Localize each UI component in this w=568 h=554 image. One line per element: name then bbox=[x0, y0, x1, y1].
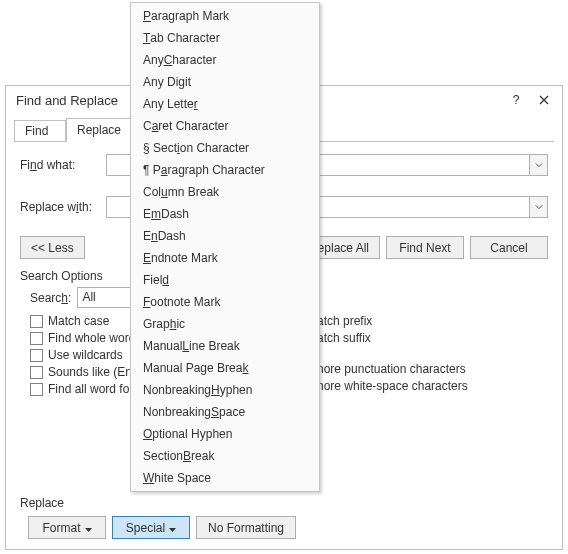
spacer bbox=[289, 348, 548, 362]
chevron-down-icon bbox=[535, 203, 543, 211]
special-menu-item[interactable]: Caret Character bbox=[131, 115, 319, 137]
format-button-label: Format bbox=[42, 521, 80, 535]
checkbox-box bbox=[30, 383, 43, 396]
replace-with-label: Replace with: bbox=[20, 200, 100, 214]
special-menu-item[interactable]: Nonbreaking Space bbox=[131, 401, 319, 423]
special-menu-item[interactable]: Graphic bbox=[131, 313, 319, 335]
special-menu-item[interactable]: Footnote Mark bbox=[131, 291, 319, 313]
special-menu-item[interactable]: Section Break bbox=[131, 445, 319, 467]
ignore-punct-checkbox[interactable]: Ignore punctuation characters bbox=[289, 362, 548, 376]
replace-with-dropdown[interactable] bbox=[529, 197, 547, 217]
find-next-button-label: Find Next bbox=[399, 241, 450, 255]
wildcards-label: Use wildcards bbox=[48, 348, 123, 362]
dropdown-triangle-icon bbox=[169, 521, 176, 535]
bottom-section: Replace Format Special No Formatting bbox=[20, 496, 548, 539]
special-menu-item[interactable]: White Space bbox=[131, 467, 319, 489]
no-formatting-label: No Formatting bbox=[208, 521, 284, 535]
chevron-down-icon bbox=[535, 161, 543, 169]
ignore-punct-label: Ignore punctuation characters bbox=[307, 362, 466, 376]
special-menu-item[interactable]: Any Digit bbox=[131, 71, 319, 93]
special-menu-item[interactable]: Column Break bbox=[131, 181, 319, 203]
close-icon bbox=[539, 95, 549, 105]
match-prefix-checkbox[interactable]: Match prefix bbox=[289, 314, 548, 328]
help-button[interactable]: ? bbox=[502, 90, 530, 110]
no-formatting-button[interactable]: No Formatting bbox=[196, 516, 296, 539]
cancel-button[interactable]: Cancel bbox=[470, 236, 548, 259]
special-menu-item[interactable]: Endnote Mark bbox=[131, 247, 319, 269]
special-menu-item[interactable]: Manual Page Break bbox=[131, 357, 319, 379]
checkbox-box bbox=[30, 315, 43, 328]
find-what-label: Find what: bbox=[20, 158, 100, 172]
find-next-button[interactable]: Find Next bbox=[386, 236, 464, 259]
format-button[interactable]: Format bbox=[28, 516, 106, 539]
find-what-dropdown[interactable] bbox=[529, 155, 547, 175]
less-button[interactable]: << Less bbox=[20, 236, 85, 259]
tab-find-label: Find bbox=[25, 124, 48, 138]
special-button[interactable]: Special bbox=[112, 516, 190, 539]
less-button-label: << Less bbox=[31, 241, 74, 255]
match-suffix-checkbox[interactable]: Match suffix bbox=[289, 331, 548, 345]
tab-replace-label: Replace bbox=[77, 123, 121, 137]
special-menu-item[interactable]: ¶ Paragraph Character bbox=[131, 159, 319, 181]
ignore-white-checkbox[interactable]: Ignore white-space characters bbox=[289, 379, 548, 393]
special-menu[interactable]: Paragraph MarkTab CharacterAny Character… bbox=[130, 2, 320, 492]
checkbox-box bbox=[30, 332, 43, 345]
special-menu-item[interactable]: Paragraph Mark bbox=[131, 5, 319, 27]
close-button[interactable] bbox=[530, 90, 558, 110]
special-menu-item[interactable]: Nonbreaking Hyphen bbox=[131, 379, 319, 401]
tab-find[interactable]: Find bbox=[14, 120, 66, 142]
options-right-column: Match prefix Match suffix Ignore punctua… bbox=[289, 314, 548, 399]
special-menu-item[interactable]: Any Letter bbox=[131, 93, 319, 115]
replace-section-label: Replace bbox=[20, 496, 548, 510]
special-menu-item[interactable]: Optional Hyphen bbox=[131, 423, 319, 445]
special-menu-item[interactable]: En Dash bbox=[131, 225, 319, 247]
checkbox-box bbox=[30, 366, 43, 379]
match-case-label: Match case bbox=[48, 314, 109, 328]
special-button-label: Special bbox=[126, 521, 165, 535]
bottom-buttons: Format Special No Formatting bbox=[28, 516, 548, 539]
special-menu-item[interactable]: Tab Character bbox=[131, 27, 319, 49]
special-menu-item[interactable]: Em Dash bbox=[131, 203, 319, 225]
special-menu-item[interactable]: Any Character bbox=[131, 49, 319, 71]
ignore-white-label: Ignore white-space characters bbox=[307, 379, 468, 393]
tab-replace[interactable]: Replace bbox=[66, 118, 136, 142]
help-icon: ? bbox=[513, 93, 520, 107]
search-label: Search: bbox=[30, 291, 71, 305]
special-menu-item[interactable]: Field bbox=[131, 269, 319, 291]
checkbox-box bbox=[30, 349, 43, 362]
dropdown-triangle-icon bbox=[85, 521, 92, 535]
cancel-button-label: Cancel bbox=[490, 241, 527, 255]
special-menu-item[interactable]: § Section Character bbox=[131, 137, 319, 159]
special-menu-item[interactable]: Manual Line Break bbox=[131, 335, 319, 357]
